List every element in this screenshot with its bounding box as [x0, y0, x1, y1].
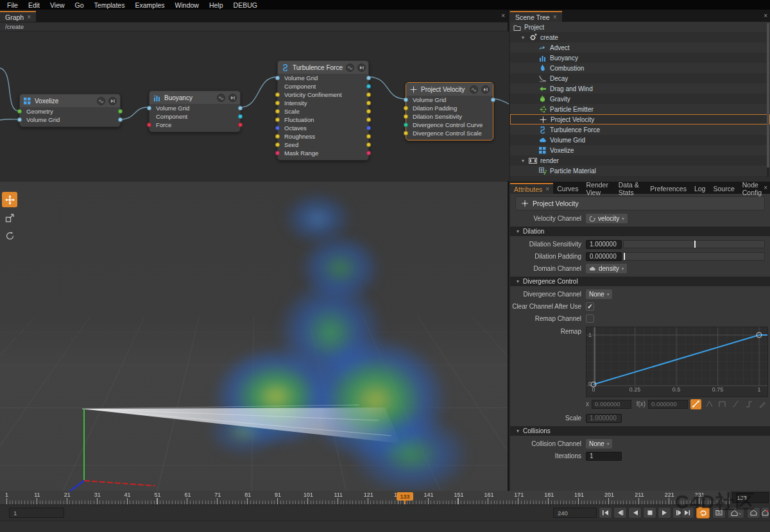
expand-arrow-icon[interactable]: ▾: [520, 158, 526, 164]
tree-item-decay[interactable]: Decay: [510, 73, 770, 83]
menu-item[interactable]: Window: [171, 1, 203, 10]
panel-close-icon[interactable]: ×: [764, 184, 767, 191]
menu-item[interactable]: Examples: [130, 1, 169, 10]
viewport-3d[interactable]: [0, 182, 509, 491]
tree-item-gravity[interactable]: Gravity: [510, 94, 770, 104]
output-port[interactable]: [238, 106, 243, 110]
node-voxelize[interactable]: Voxelize Geometry Volume Grid: [19, 94, 121, 127]
tab-close-icon[interactable]: ×: [27, 13, 31, 21]
input-port[interactable]: [275, 101, 280, 105]
jump-to-start-button[interactable]: [599, 507, 612, 519]
tree-item-create[interactable]: ▾ create: [510, 32, 770, 42]
remap-curve-editor[interactable]: 1 0 00.250.50.751: [586, 327, 768, 397]
output-port[interactable]: [238, 123, 243, 127]
dilation-padding-slider[interactable]: [623, 252, 765, 261]
curve-x-field[interactable]: 0.000000: [592, 400, 631, 409]
output-toggle[interactable]: [108, 97, 117, 105]
tab-preferences[interactable]: Preferences: [646, 183, 690, 194]
output-port[interactable]: [366, 76, 371, 80]
output-port[interactable]: [366, 117, 371, 122]
input-port[interactable]: [275, 134, 280, 139]
loop-button[interactable]: [696, 507, 710, 519]
input-port[interactable]: [275, 126, 280, 130]
camera-home-button[interactable]: [728, 507, 744, 519]
tab-close-icon[interactable]: ×: [545, 185, 549, 193]
output-port[interactable]: [491, 98, 495, 102]
tab-source[interactable]: Source: [709, 183, 738, 194]
input-port[interactable]: [404, 98, 408, 102]
input-port[interactable]: [147, 106, 151, 110]
input-port[interactable]: [404, 123, 408, 127]
section-divergence-control[interactable]: ▾ Divergence Control: [510, 277, 770, 286]
bypass-toggle[interactable]: [217, 94, 225, 102]
panel-close-icon[interactable]: ×: [764, 12, 767, 19]
menu-item[interactable]: Help: [205, 1, 228, 10]
scene-tree-scrollbar[interactable]: [767, 23, 769, 177]
menu-item[interactable]: Edit: [24, 1, 44, 10]
linear-curve-button[interactable]: [690, 399, 701, 409]
play-button[interactable]: [658, 507, 671, 519]
spike-curve-button[interactable]: [704, 399, 715, 409]
bypass-toggle[interactable]: [97, 97, 105, 105]
output-port[interactable]: [366, 126, 371, 130]
dilation-padding-field[interactable]: 0.000000: [586, 252, 622, 261]
input-port[interactable]: [275, 76, 280, 80]
output-port[interactable]: [366, 84, 371, 89]
panel-close-icon[interactable]: ×: [501, 12, 505, 19]
tree-item-buoyancy[interactable]: Buoyancy: [510, 53, 770, 63]
curve-fx-field[interactable]: 0.000000: [648, 400, 688, 409]
tree-item-combustion[interactable]: Combustion: [510, 63, 770, 73]
menu-item[interactable]: DEBUG: [229, 1, 262, 10]
node-graph-canvas[interactable]: Voxelize Geometry Volume Grid: [0, 31, 509, 181]
tab-scene-tree[interactable]: Scene Tree ×: [510, 11, 562, 22]
tree-item-voxelize[interactable]: Voxelize: [510, 145, 770, 155]
output-port[interactable]: [366, 142, 371, 147]
output-port[interactable]: [366, 151, 371, 155]
menu-item[interactable]: Go: [71, 1, 89, 10]
step-curve-button[interactable]: [744, 399, 755, 409]
tree-item-particle-material[interactable]: Particle Material: [510, 166, 770, 176]
input-port[interactable]: [147, 123, 151, 127]
tab-render-view[interactable]: Render View: [582, 183, 614, 194]
home-button[interactable]: [747, 507, 760, 519]
clear-channel-checkbox[interactable]: ✓: [586, 302, 594, 311]
output-toggle[interactable]: [357, 64, 366, 72]
menu-item[interactable]: Templates: [90, 1, 130, 10]
input-port[interactable]: [275, 142, 280, 147]
render-home-button[interactable]: [761, 507, 769, 519]
tab-graph[interactable]: Graph ×: [0, 11, 36, 22]
output-port[interactable]: [118, 117, 123, 122]
pencil-curve-button[interactable]: [757, 399, 768, 409]
bypass-toggle[interactable]: [470, 85, 478, 94]
smooth-curve-button[interactable]: [730, 399, 741, 409]
input-port[interactable]: [275, 109, 280, 114]
flipbook-button[interactable]: [712, 507, 726, 519]
menu-item[interactable]: File: [3, 1, 22, 10]
remap-channel-checkbox[interactable]: [586, 314, 594, 323]
output-port[interactable]: [366, 134, 371, 139]
velocity-channel-dropdown[interactable]: velocity ▾: [586, 214, 628, 223]
output-toggle[interactable]: [228, 94, 237, 102]
node-turbulence-force[interactable]: Turbulence Force Volume Grid Component: [277, 60, 369, 160]
tab-data-stats[interactable]: Data & Stats: [615, 183, 647, 194]
rotate-tool-button[interactable]: [2, 228, 17, 243]
node-buoyancy[interactable]: Buoyancy Volume Grid Component: [149, 90, 241, 132]
menu-item[interactable]: View: [46, 1, 69, 10]
tree-item-advect[interactable]: Advect: [510, 42, 770, 53]
breadcrumb[interactable]: /create: [5, 23, 24, 30]
input-port[interactable]: [17, 117, 22, 122]
tab-curves[interactable]: Curves: [553, 183, 582, 194]
tree-item-turbulence-force[interactable]: Turbulence Force: [510, 124, 770, 135]
scale-field[interactable]: 1.000000: [586, 414, 622, 423]
tree-item-project-velocity[interactable]: Project Velocity: [510, 114, 770, 124]
output-port[interactable]: [238, 114, 243, 119]
tab-attributes[interactable]: Attributes ×: [510, 183, 553, 194]
output-port[interactable]: [366, 101, 371, 105]
node-project-velocity[interactable]: Project Velocity Volume Grid Dilation Pa…: [406, 82, 493, 141]
dilation-sensitivity-slider[interactable]: [623, 240, 765, 248]
move-tool-button[interactable]: [2, 192, 17, 207]
input-port[interactable]: [404, 131, 408, 135]
tree-item-drag-and-wind[interactable]: Drag and Wind: [510, 83, 770, 94]
tab-close-icon[interactable]: ×: [553, 13, 557, 21]
input-port[interactable]: [404, 114, 408, 119]
